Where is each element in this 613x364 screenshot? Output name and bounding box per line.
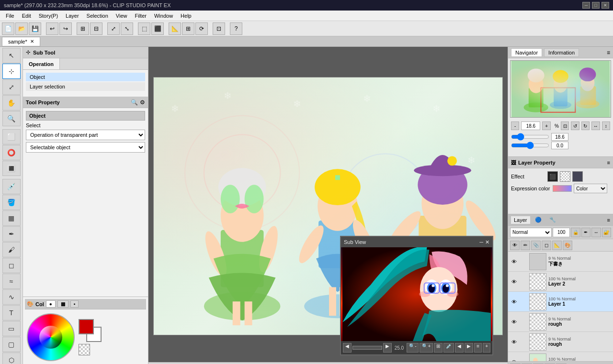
tool-selection-auto[interactable]: 🔳	[2, 161, 21, 176]
menu-story[interactable]: Story(P)	[35, 12, 62, 20]
menu-window[interactable]: Window	[150, 12, 177, 20]
color-mode-circle[interactable]: ●	[46, 300, 56, 308]
layer-eye-1[interactable]: 👁	[510, 278, 518, 286]
layer-item[interactable]: 👁 9 % Normal rough	[508, 332, 613, 352]
sub-view-content[interactable]	[341, 247, 492, 341]
toolbar-help[interactable]: ?	[230, 22, 242, 35]
toolbar-transform2[interactable]: ⤡	[121, 22, 133, 35]
selectable-select[interactable]: Selectable object	[26, 142, 145, 153]
nav-rotate-ccw[interactable]: ↺	[571, 121, 579, 130]
tab-navigator[interactable]: Navigator	[511, 48, 542, 57]
color-wheel[interactable]	[27, 313, 75, 361]
tool-frame[interactable]: ▢	[2, 337, 21, 352]
nav-flip-v[interactable]: ↕	[602, 121, 610, 130]
foreground-color-swatch[interactable]	[79, 319, 94, 334]
tool-figure[interactable]: ▭	[2, 321, 21, 336]
opacity-input[interactable]	[553, 228, 570, 237]
rotation-slider[interactable]	[511, 142, 549, 149]
toolbar-save[interactable]: 💾	[29, 22, 41, 35]
tab-information[interactable]: Information	[544, 48, 579, 57]
operation-select[interactable]: Operation of transparent part	[26, 130, 145, 140]
toolbar-undo[interactable]: ↩	[46, 22, 58, 35]
sv-scroll-bar[interactable]	[352, 346, 382, 350]
tool-hand[interactable]: ✋	[2, 95, 21, 110]
sv-zoom-out[interactable]: 🔍-	[407, 343, 419, 353]
layer-eye-0[interactable]: 👁	[510, 258, 518, 265]
nav-flip-h[interactable]: ↔	[591, 121, 600, 130]
toolbar-ruler[interactable]: 📐	[169, 22, 181, 35]
tab-sample[interactable]: sample* ✕	[2, 37, 40, 46]
zoom-value-input[interactable]	[551, 133, 568, 141]
layer-item[interactable]: 👁 100 % Normal Layer 2	[508, 272, 613, 292]
toolbar-new[interactable]: 📄	[2, 22, 14, 35]
window-controls[interactable]: ─ □ ✕	[582, 2, 609, 9]
toolbar-rotate[interactable]: ⟳	[195, 22, 208, 35]
sv-zoom-in[interactable]: 🔍+	[420, 343, 433, 353]
blend-mode-select[interactable]: Normal Multiply Screen	[510, 228, 552, 237]
menu-file[interactable]: File	[2, 12, 18, 20]
sv-add[interactable]: +	[483, 343, 490, 353]
layer-item[interactable]: 👁 9 % Normal 下書き	[508, 252, 613, 272]
transparent-swatch[interactable]	[79, 344, 90, 355]
minimize-button[interactable]: ─	[582, 2, 590, 9]
layer-item[interactable]: 👁 9 % Normal rough	[508, 312, 613, 332]
layer-tab-layer[interactable]: Layer	[511, 216, 530, 224]
close-button[interactable]: ✕	[602, 2, 609, 9]
zoom-slider[interactable]	[511, 133, 549, 140]
sv-menu[interactable]: ≡	[474, 343, 482, 353]
layer-eye-2[interactable]: 👁	[510, 298, 518, 306]
layer-draft-toggle[interactable]: ✏	[521, 241, 530, 250]
toolbar-selection2[interactable]: ⊟	[90, 22, 102, 35]
tool-zoom[interactable]: 🔍	[2, 111, 21, 126]
menu-selection[interactable]: Selection	[83, 12, 112, 20]
tool-smear[interactable]: ≈	[2, 274, 21, 289]
layer-visibility-toggle[interactable]: 👁	[510, 241, 520, 250]
tab-close-icon[interactable]: ✕	[30, 39, 34, 44]
lp-collapse-icon[interactable]: ≡	[607, 160, 610, 165]
nav-preview-area[interactable]	[510, 60, 611, 118]
sv-eyedropper[interactable]: 💉	[443, 343, 454, 353]
toolbar-open[interactable]: 📂	[15, 22, 28, 35]
lock-drawing-btn[interactable]: ✒	[581, 228, 590, 237]
expression-select[interactable]: Color	[574, 184, 607, 193]
sv-scroll-right[interactable]: ▶	[383, 343, 392, 353]
nav-zoom-out[interactable]: -	[511, 121, 519, 130]
tool-pen[interactable]: ✒	[2, 226, 21, 242]
toolbar-grid[interactable]: ⊞	[182, 22, 194, 35]
layer-tab-3[interactable]: 🔧	[546, 216, 559, 224]
menu-edit[interactable]: Edit	[18, 12, 35, 20]
layer-ruler-btn[interactable]: 📐	[552, 241, 562, 250]
layer-color-btn[interactable]: 🎨	[563, 241, 572, 250]
layer-eye-3[interactable]: 👁	[510, 318, 518, 326]
tool-gradient[interactable]: ▦	[2, 210, 21, 226]
effect-checkerboard[interactable]	[560, 171, 570, 182]
tool-transform[interactable]: ⤢	[2, 79, 21, 95]
color-mode-square[interactable]: ▪	[70, 300, 79, 308]
color-mode-grid[interactable]: ▦	[57, 300, 68, 308]
lock-all-btn[interactable]: 🔐	[602, 228, 611, 237]
menu-layer[interactable]: Layer	[62, 12, 83, 20]
nav-collapse-icon[interactable]: ≡	[607, 49, 610, 56]
layer-collapse-icon[interactable]: ≡	[607, 217, 610, 223]
tool-operation[interactable]: ⊹	[2, 64, 21, 79]
tool-item-object[interactable]: Object	[26, 73, 145, 81]
sv-prev[interactable]: ◀	[455, 343, 464, 353]
nav-zoom-input[interactable]	[521, 121, 540, 130]
effect-black-btn[interactable]: ⬛	[547, 171, 558, 182]
menu-help[interactable]: Help	[177, 12, 195, 20]
tool-selection-rect[interactable]: ⬜	[2, 129, 21, 144]
toolbar-redo[interactable]: ↪	[59, 22, 72, 35]
sub-view-close-icon[interactable]: ✕	[485, 239, 489, 245]
tool-brush[interactable]: 🖌	[2, 242, 21, 257]
lock-position-btn[interactable]: ↔	[591, 228, 601, 237]
sv-next[interactable]: ▶	[465, 343, 473, 353]
rotation-value-input[interactable]	[551, 142, 568, 149]
layer-clip-btn[interactable]: 📎	[531, 241, 541, 250]
effect-color-btn[interactable]	[572, 171, 583, 182]
tool-item-layer-selection[interactable]: Layer selection	[26, 82, 145, 91]
tool-text[interactable]: T	[2, 305, 21, 320]
toolbar-misc1[interactable]: ⊡	[213, 22, 225, 35]
layer-tab-2[interactable]: 🔵	[532, 216, 545, 224]
tool-selection-lasso[interactable]: ⭕	[2, 145, 21, 160]
sv-fit[interactable]: ⊞	[434, 343, 443, 353]
